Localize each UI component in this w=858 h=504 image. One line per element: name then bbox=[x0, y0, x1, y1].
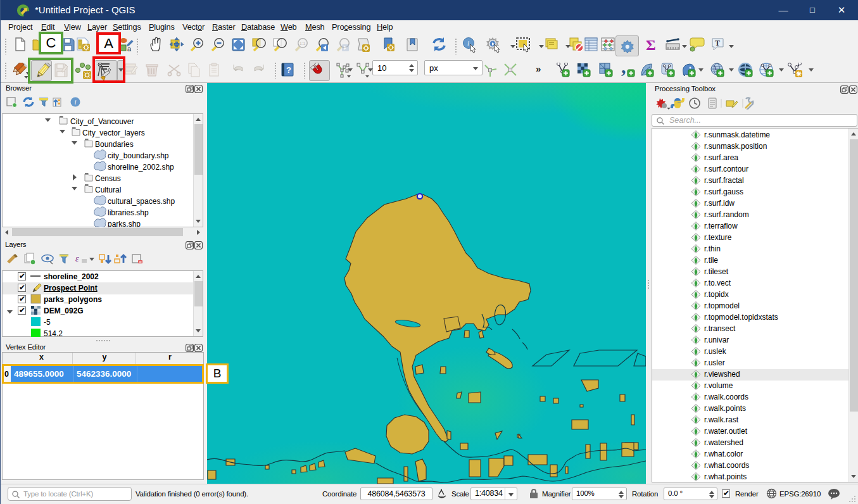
svg-text:ε: ε bbox=[75, 254, 79, 263]
svg-text:i: i bbox=[467, 39, 469, 47]
svg-text:a: a bbox=[127, 45, 132, 53]
svg-text:1:1: 1:1 bbox=[300, 41, 305, 46]
svg-text:?: ? bbox=[286, 65, 291, 75]
svg-text:,: , bbox=[621, 63, 626, 77]
svg-text:i: i bbox=[74, 98, 76, 106]
svg-text:T: T bbox=[715, 39, 720, 47]
svg-text:Σ: Σ bbox=[646, 37, 656, 53]
